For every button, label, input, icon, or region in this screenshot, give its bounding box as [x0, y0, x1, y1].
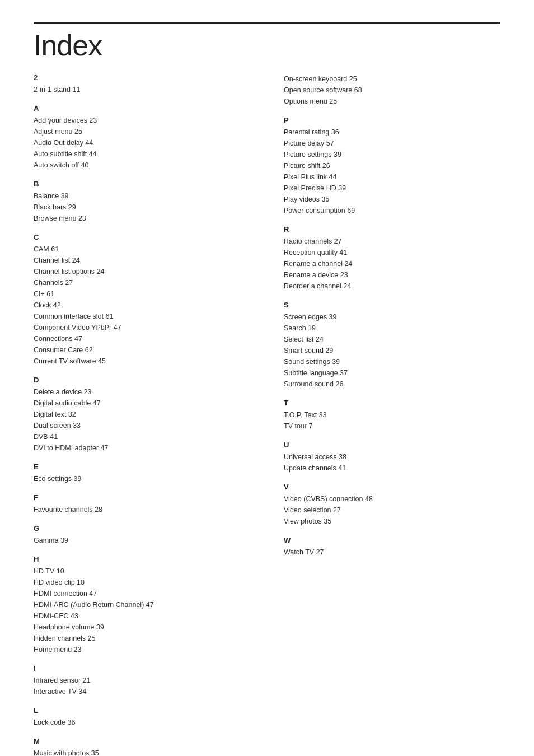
- index-item: Favourite channels 28: [34, 504, 250, 515]
- index-item: Browse menu 23: [34, 213, 250, 224]
- section-letter: A: [34, 104, 250, 113]
- index-item: Rename a device 23: [284, 269, 500, 281]
- index-item: Rename a channel 24: [284, 258, 500, 269]
- section-items: Screen edges 39Search 19Select list 24Sm…: [284, 311, 500, 390]
- index-item: Infrared sensor 21: [34, 675, 250, 686]
- index-section: TT.O.P. Text 33TV tour 7: [284, 399, 500, 432]
- section-items: Infrared sensor 21Interactive TV 34: [34, 675, 250, 697]
- index-section: GGamma 39: [34, 524, 250, 546]
- section-letter: I: [34, 664, 250, 673]
- section-items: Balance 39Black bars 29Browse menu 23: [34, 190, 250, 224]
- section-letter: R: [284, 225, 500, 234]
- index-item: Channel list options 24: [34, 266, 250, 277]
- section-items: Lock code 36: [34, 717, 250, 728]
- index-section: BBalance 39Black bars 29Browse menu 23: [34, 180, 250, 224]
- index-section: IInfrared sensor 21Interactive TV 34: [34, 664, 250, 697]
- index-item: Pixel Plus link 44: [284, 171, 500, 183]
- index-section: EEco settings 39: [34, 463, 250, 484]
- index-item: Universal access 38: [284, 451, 500, 463]
- section-letter: C: [34, 233, 250, 241]
- index-item: Reorder a channel 24: [284, 281, 500, 292]
- index-item: Home menu 23: [34, 644, 250, 655]
- index-item: Play videos 35: [284, 194, 500, 205]
- index-item: Picture settings 39: [284, 149, 500, 160]
- index-section: AAdd your devices 23Adjust menu 25Audio …: [34, 104, 250, 171]
- index-item: Video (CVBS) connection 48: [284, 493, 500, 505]
- index-item: Delete a device 23: [34, 386, 250, 398]
- right-column: On-screen keyboard 25Open source softwar…: [284, 73, 500, 756]
- index-item: Digital text 32: [34, 409, 250, 420]
- section-letter: D: [34, 376, 250, 384]
- section-letter: B: [34, 180, 250, 188]
- index-item: CI+ 61: [34, 288, 250, 300]
- index-item: View photos 35: [284, 516, 500, 527]
- index-item: Smart sound 29: [284, 345, 500, 356]
- index-item: Audio Out delay 44: [34, 137, 250, 148]
- index-item: Black bars 29: [34, 202, 250, 213]
- index-section: CCAM 61Channel list 24Channel list optio…: [34, 233, 250, 367]
- index-item: On-screen keyboard 25: [284, 73, 500, 85]
- index-item: HD video clip 10: [34, 577, 250, 588]
- index-item: Music with photos 35: [34, 748, 250, 756]
- index-item: Screen edges 39: [284, 311, 500, 323]
- section-letter: W: [284, 536, 500, 544]
- index-item: Dual screen 33: [34, 420, 250, 431]
- page-container: Index 22-in-1 stand 11AAdd your devices …: [34, 22, 500, 756]
- section-items: T.O.P. Text 33TV tour 7: [284, 409, 500, 432]
- index-item: Channel list 24: [34, 255, 250, 266]
- index-section: HHD TV 10HD video clip 10HDMI connection…: [34, 555, 250, 655]
- left-column: 22-in-1 stand 11AAdd your devices 23Adju…: [34, 73, 250, 756]
- index-item: Search 19: [284, 323, 500, 334]
- section-items: Video (CVBS) connection 48Video selectio…: [284, 493, 500, 527]
- index-item: Common interface slot 61: [34, 311, 250, 322]
- index-item: CAM 61: [34, 244, 250, 255]
- section-items: Favourite channels 28: [34, 504, 250, 515]
- index-section: SScreen edges 39Search 19Select list 24S…: [284, 301, 500, 390]
- index-item: Headphone volume 39: [34, 622, 250, 633]
- index-section: 22-in-1 stand 11: [34, 73, 250, 95]
- index-item: Add your devices 23: [34, 115, 250, 126]
- page-title: Index: [34, 22, 500, 62]
- index-item: TV tour 7: [284, 421, 500, 432]
- section-items: Add your devices 23Adjust menu 25Audio O…: [34, 115, 250, 171]
- section-items: Gamma 39: [34, 535, 250, 546]
- section-items: HD TV 10HD video clip 10HDMI connection …: [34, 566, 250, 655]
- index-item: Interactive TV 34: [34, 686, 250, 697]
- index-section: RRadio channels 27Reception quality 41Re…: [284, 225, 500, 292]
- index-section: On-screen keyboard 25Open source softwar…: [284, 73, 500, 107]
- section-letter: T: [284, 399, 500, 407]
- index-item: Channels 27: [34, 277, 250, 288]
- index-item: HD TV 10: [34, 566, 250, 577]
- index-item: Select list 24: [284, 334, 500, 345]
- index-columns: 22-in-1 stand 11AAdd your devices 23Adju…: [34, 73, 500, 756]
- index-section: UUniversal access 38Update channels 41: [284, 441, 500, 474]
- index-item: Power consumption 69: [284, 205, 500, 216]
- section-letter: F: [34, 493, 250, 502]
- section-items: 2-in-1 stand 11: [34, 84, 250, 95]
- index-item: HDMI-CEC 43: [34, 610, 250, 622]
- index-item: Options menu 25: [284, 96, 500, 107]
- section-letter: M: [34, 737, 250, 745]
- index-item: Current TV software 45: [34, 356, 250, 367]
- index-item: HDMI-ARC (Audio Return Channel) 47: [34, 599, 250, 610]
- index-item: 2-in-1 stand 11: [34, 84, 250, 95]
- index-item: Picture delay 57: [284, 138, 500, 149]
- index-item: Reception quality 41: [284, 247, 500, 258]
- section-items: Parental rating 36Picture delay 57Pictur…: [284, 127, 500, 216]
- index-item: Digital audio cable 47: [34, 398, 250, 409]
- section-letter: P: [284, 116, 500, 124]
- section-letter: 2: [34, 73, 250, 82]
- index-section: DDelete a device 23Digital audio cable 4…: [34, 376, 250, 454]
- index-section: LLock code 36: [34, 706, 250, 728]
- index-item: Component Video YPbPr 47: [34, 322, 250, 333]
- index-item: Hidden channels 25: [34, 633, 250, 644]
- section-items: Radio channels 27Reception quality 41Ren…: [284, 236, 500, 292]
- index-item: Adjust menu 25: [34, 126, 250, 137]
- index-section: MMusic with photos 35: [34, 737, 250, 756]
- index-item: Gamma 39: [34, 535, 250, 546]
- index-item: Update channels 41: [284, 463, 500, 474]
- index-item: Connections 47: [34, 333, 250, 344]
- index-item: Surround sound 26: [284, 379, 500, 390]
- index-item: DVI to HDMI adapter 47: [34, 442, 250, 454]
- section-letter: E: [34, 463, 250, 471]
